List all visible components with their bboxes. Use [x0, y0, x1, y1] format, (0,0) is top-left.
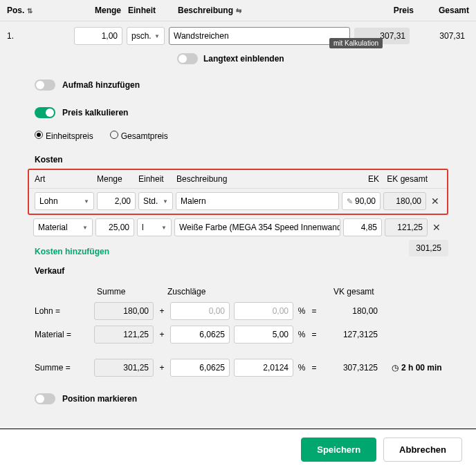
einheit-select[interactable]: psch.▼	[127, 27, 165, 45]
kh-ekges: EK gesamt	[379, 174, 428, 184]
footer-actions: Speichern Abbrechen	[0, 429, 476, 470]
chevron-down-icon: ▼	[163, 198, 168, 205]
verkauf-row-material: Material = 121,25 + 6,0625 5,00 % = 127,…	[35, 323, 448, 346]
vk-h-summe: Summe	[97, 287, 159, 297]
chevron-down-icon: ▼	[84, 198, 89, 205]
beschreibung-input[interactable]: Wandstreichen	[169, 27, 350, 45]
preis-kalk-label: Preis kalkulieren	[62, 108, 128, 118]
vk-zus1-input[interactable]: 0,00	[170, 302, 230, 320]
vk-zus1-input[interactable]: 6,0625	[170, 359, 230, 377]
header-menge: Menge	[73, 6, 121, 15]
ek-input[interactable]: 4,85	[343, 218, 382, 236]
markieren-label: Position markieren	[62, 394, 137, 404]
vk-zus2-input[interactable]: 5,00	[234, 326, 293, 344]
chevron-down-icon: ▼	[154, 33, 160, 39]
gesamtpreis-radio[interactable]: Gesamtpreis	[110, 131, 168, 141]
vk-summe: 121,25	[94, 326, 154, 344]
preis-kalk-toggle[interactable]	[35, 107, 55, 118]
kh-einheit: Einheit	[138, 174, 176, 184]
vk-gesamt: 180,00	[322, 303, 382, 319]
kh-ek: EK	[338, 174, 379, 184]
vk-gesamt: 127,3125	[322, 326, 382, 343]
kh-besch: Beschreibung	[176, 174, 338, 184]
vk-summe: 180,00	[94, 302, 154, 320]
vk-zus2-input[interactable]: 2,0124	[234, 359, 293, 377]
column-header-row: Pos. ⇅ Menge Einheit Beschreibung ⇆ Prei…	[0, 0, 476, 21]
verkauf-row-summe: Summe = 301,25 + 6,0625 2,0124 % = 307,3…	[35, 356, 448, 379]
art-select[interactable]: Lohn▼	[35, 192, 94, 210]
header-pos: Pos.	[7, 6, 24, 15]
art-select[interactable]: Material▼	[33, 218, 93, 236]
position-number: 1.	[7, 31, 28, 41]
einheit-select[interactable]: l▼	[137, 218, 172, 236]
menge-input[interactable]: 2,00	[97, 192, 136, 210]
menge-input[interactable]: 1,00	[74, 27, 122, 45]
ekges-value: 180,00	[383, 192, 426, 210]
aufmass-label: Aufmaß hinzufügen	[62, 80, 140, 90]
kh-art: Art	[35, 174, 97, 184]
einheit-select[interactable]: Std.▼	[138, 192, 173, 210]
kosten-header-row: Art Menge Einheit Beschreibung EK EK ges…	[29, 170, 447, 189]
vk-gesamt: 307,3125	[322, 359, 382, 376]
menge-input[interactable]: 25,00	[95, 218, 134, 236]
sort-icon[interactable]: ⇅	[27, 7, 33, 15]
save-button[interactable]: Speichern	[301, 438, 376, 462]
kosten-total: 301,25	[409, 240, 448, 256]
gesamt-value: 307,31	[414, 28, 469, 44]
kalkulation-badge: mit Kalkulation	[329, 38, 383, 48]
vk-zus2-input[interactable]: 0,00	[234, 302, 293, 320]
verkauf-title: Verkauf	[0, 263, 476, 280]
kosten-title: Kosten	[0, 152, 476, 169]
markieren-toggle[interactable]	[35, 393, 55, 404]
kh-menge: Menge	[97, 174, 138, 184]
einheitspreis-radio[interactable]: Einheitspreis	[35, 131, 93, 141]
kosten-row-material: Material▼ 25,00 l▼ Weiße Farbe (MEGA 354…	[28, 215, 448, 240]
header-gesamt: Gesamt	[414, 6, 469, 15]
kosten-row-lohn: Lohn▼ 2,00 Std.▼ Malern ✎90,00 180,00 ✕	[29, 189, 447, 214]
header-preis: Preis	[358, 6, 414, 15]
vk-summe: 301,25	[94, 359, 154, 377]
cancel-button[interactable]: Abbrechen	[383, 438, 462, 462]
delete-row-icon[interactable]: ✕	[430, 222, 443, 233]
delete-row-icon[interactable]: ✕	[429, 196, 441, 207]
besch-input[interactable]: Weiße Farbe (MEGA 354 Speed Innenwand)	[174, 218, 340, 236]
vk-zus1-input[interactable]: 6,0625	[170, 326, 230, 344]
aufmass-toggle[interactable]	[35, 79, 55, 91]
add-kosten-link[interactable]: Kosten hinzufügen	[0, 240, 109, 263]
chevron-down-icon: ▼	[82, 225, 88, 231]
ekges-value: 121,25	[385, 218, 428, 236]
langtext-toggle[interactable]	[177, 53, 198, 64]
header-einheit: Einheit	[128, 6, 170, 15]
besch-input[interactable]: Malern	[176, 192, 339, 210]
clock-icon: ◷	[392, 363, 399, 373]
chevron-down-icon: ▼	[161, 225, 167, 231]
langtext-label: Langtext einblenden	[203, 54, 284, 64]
time-value: 2 h 00 min	[401, 363, 442, 373]
position-row: 1. 1,00 psch.▼ Wandstreichen 307,31 307,…	[0, 21, 476, 50]
vk-h-zuschlaege: Zuschläge	[167, 287, 299, 297]
header-beschreibung: Beschreibung	[178, 6, 233, 15]
vk-h-vkges: VK gesamt	[333, 287, 396, 297]
pencil-icon: ✎	[347, 197, 353, 206]
ek-input[interactable]: ✎90,00	[342, 192, 381, 210]
verkauf-row-lohn: Lohn = 180,00 + 0,00 0,00 % = 180,00	[35, 299, 448, 323]
filter-icon[interactable]: ⇆	[236, 7, 241, 15]
